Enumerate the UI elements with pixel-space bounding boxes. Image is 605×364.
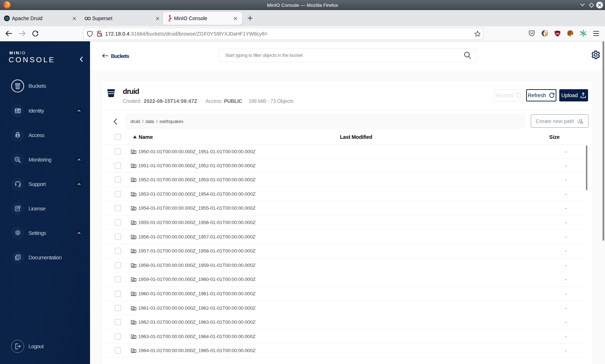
svg-text:UO: UO — [556, 32, 560, 35]
